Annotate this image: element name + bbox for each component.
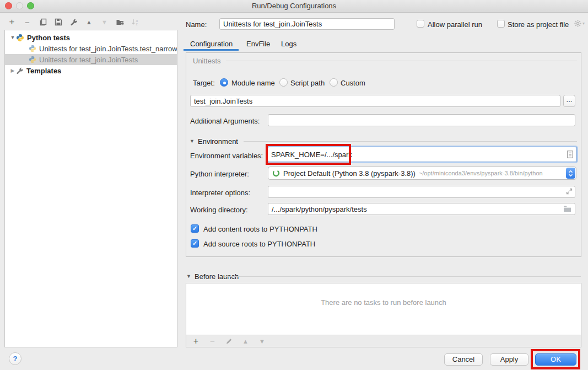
gear-caret-icon: ▾	[582, 21, 585, 26]
target-module-name-label: Module name	[231, 79, 275, 87]
target-custom-radio[interactable]	[330, 78, 338, 87]
allow-parallel-run-label: Allow parallel run	[428, 20, 482, 29]
tree-item-label: Unittests for test_join.JoinTests.test_n…	[39, 45, 177, 53]
edit-templates-icon[interactable]	[69, 18, 78, 27]
move-up-button[interactable]: ▲	[84, 18, 94, 27]
group-divider	[224, 276, 581, 277]
before-launch-empty-message: There are no tasks to run before launch	[186, 298, 581, 307]
active-tab-underline	[184, 49, 239, 51]
environment-variables-value: SPARK_HOME=/.../spark	[271, 151, 352, 159]
additional-arguments-input[interactable]	[268, 114, 575, 126]
tree-item-python-tests[interactable]: ▼ Python tests	[5, 32, 177, 43]
configurations-tree: ▼ Python tests Unittests for test_join.J…	[4, 30, 177, 347]
zoom-window-button[interactable]	[27, 2, 34, 9]
add-configuration-button[interactable]: +	[7, 18, 17, 27]
module-name-input[interactable]	[190, 95, 560, 107]
store-as-project-file-label: Store as project file	[508, 20, 569, 29]
python-interpreter-path: ~/opt/miniconda3/envs/pyspark-3.8/bin/py…	[419, 170, 543, 176]
target-label: Target:	[193, 79, 215, 87]
python-test-config-icon	[29, 56, 36, 63]
target-script-path-label: Script path	[290, 79, 325, 87]
store-as-project-file-checkbox[interactable]	[497, 20, 505, 28]
group-divider	[226, 61, 577, 61]
title-bar: Run/Debug Configurations	[0, 0, 588, 13]
python-interpreter-value: Project Default (Python 3.8 (pyspark-3.8…	[283, 169, 416, 178]
python-tests-icon	[16, 34, 24, 42]
allow-parallel-run-checkbox[interactable]	[417, 20, 424, 28]
add-task-button[interactable]: +	[191, 336, 201, 346]
environment-group-label: Environment	[198, 137, 238, 146]
move-task-up-button[interactable]: ▲	[241, 336, 250, 346]
name-input[interactable]	[219, 18, 395, 30]
svg-text:z: z	[136, 22, 137, 26]
interpreter-options-label: Interpreter options:	[190, 189, 250, 197]
before-launch-toolbar: + − ▲ ▼	[186, 335, 581, 347]
store-options-gear-icon[interactable]: ▾	[574, 19, 585, 28]
target-script-path-radio[interactable]	[279, 78, 288, 87]
before-launch-collapse-icon[interactable]: ▼	[186, 274, 191, 279]
close-window-button[interactable]	[5, 2, 12, 9]
tree-item-unittests-jointests[interactable]: Unittests for test_join.JoinTests	[5, 54, 177, 65]
tab-configuration[interactable]: Configuration	[190, 40, 233, 48]
group-divider	[244, 141, 577, 142]
expand-field-icon[interactable]	[566, 188, 573, 195]
window-title: Run/Debug Configurations	[0, 0, 588, 12]
templates-wrench-icon	[16, 67, 24, 74]
tab-logs[interactable]: Logs	[281, 40, 296, 48]
browse-module-button[interactable]: ...	[563, 95, 575, 107]
add-source-roots-checkbox[interactable]	[191, 239, 199, 248]
tree-item-label: Unittests for test_join.JoinTests	[39, 56, 138, 64]
collapse-arrow-icon[interactable]: ▶	[9, 68, 16, 73]
move-down-button[interactable]: ▼	[100, 18, 109, 27]
apply-button[interactable]: Apply	[490, 353, 528, 366]
working-directory-value: /.../spark/python/pyspark/tests	[272, 205, 367, 213]
tree-item-label: Python tests	[27, 34, 70, 42]
working-directory-label: Working directory:	[190, 206, 248, 214]
additional-arguments-label: Additional Arguments:	[190, 117, 260, 125]
python-interpreter-label: Python interpreter:	[190, 170, 249, 178]
interpreter-select-spinner[interactable]	[566, 168, 575, 179]
new-folder-icon[interactable]	[115, 18, 125, 27]
python-interpreter-select[interactable]: Project Default (Python 3.8 (pyspark-3.8…	[268, 167, 576, 180]
interpreter-options-input[interactable]	[268, 186, 575, 198]
save-configuration-icon[interactable]	[53, 18, 63, 27]
environment-variables-input[interactable]: SPARK_HOME=/.../spark	[267, 147, 577, 162]
environment-variables-label: Environment variables:	[190, 152, 263, 160]
tree-item-label: Templates	[26, 67, 61, 75]
tree-item-templates[interactable]: ▶ Templates	[5, 65, 177, 76]
add-content-roots-label: Add content roots to PYTHONPATH	[203, 225, 317, 233]
edit-variables-list-icon[interactable]	[567, 151, 573, 158]
remove-task-button[interactable]: −	[208, 336, 217, 346]
help-button[interactable]: ?	[9, 352, 21, 365]
add-source-roots-label: Add source roots to PYTHONPATH	[203, 240, 315, 248]
sort-configurations-icon[interactable]: az	[131, 18, 140, 27]
browse-folder-icon[interactable]	[563, 205, 571, 212]
working-directory-input[interactable]: /.../spark/python/pyspark/tests	[268, 203, 575, 215]
unittests-group-label: Unittests	[193, 57, 221, 65]
add-content-roots-checkbox[interactable]	[191, 224, 199, 233]
configurations-toolbar: + − ▲ ▼ az	[7, 16, 140, 28]
minimize-window-button[interactable]	[16, 2, 23, 9]
move-task-down-button[interactable]: ▼	[257, 336, 267, 346]
expand-arrow-icon[interactable]: ▼	[9, 35, 16, 40]
tree-item-unittests-test-narrow[interactable]: Unittests for test_join.JoinTests.test_n…	[5, 43, 177, 54]
remove-configuration-button[interactable]: −	[23, 18, 32, 27]
conda-env-icon	[272, 169, 280, 177]
target-custom-label: Custom	[341, 79, 365, 87]
name-label: Name:	[186, 20, 207, 29]
python-test-config-icon	[29, 45, 36, 52]
ok-button[interactable]: OK	[535, 353, 576, 366]
target-module-name-radio[interactable]	[220, 78, 228, 87]
edit-task-pencil-icon[interactable]	[224, 336, 234, 346]
cancel-button[interactable]: Cancel	[444, 353, 483, 366]
tab-envfile[interactable]: EnvFile	[246, 40, 270, 48]
run-debug-configurations-dialog: Run/Debug Configurations + − ▲ ▼ az ▼ Py	[0, 0, 588, 370]
copy-configuration-icon[interactable]	[38, 18, 47, 27]
environment-collapse-icon[interactable]: ▼	[190, 138, 195, 144]
